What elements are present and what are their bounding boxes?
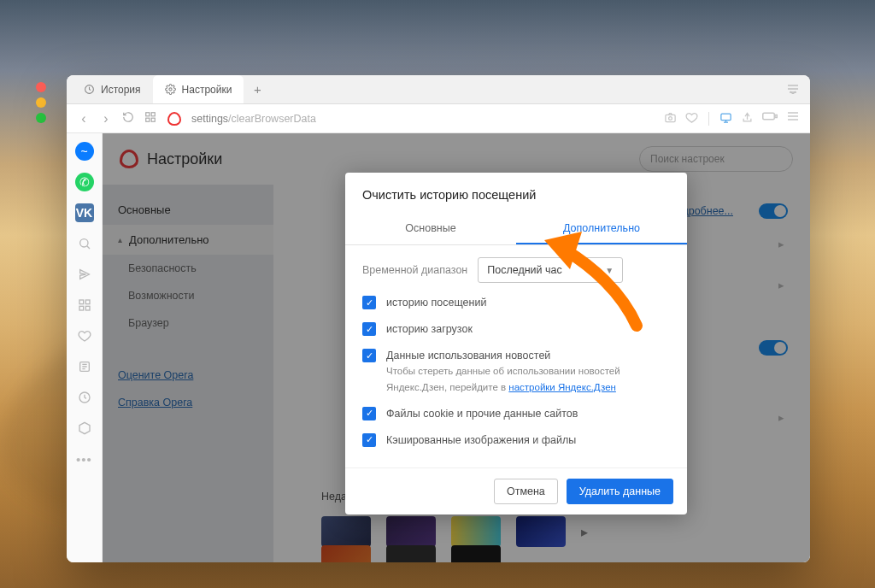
opera-logo-icon [167, 112, 181, 126]
option-download-history[interactable]: ✓ историю загрузок [362, 321, 670, 337]
dialog-tab-advanced[interactable]: Дополнительно [516, 214, 687, 244]
svg-rect-3 [151, 112, 155, 115]
dialog-title: Очистить историю посещений [345, 173, 687, 214]
svg-rect-10 [775, 115, 777, 117]
heart-icon[interactable] [685, 111, 698, 126]
tab-strip: История Настройки + [67, 75, 810, 104]
nav-forward-icon[interactable]: › [99, 111, 113, 126]
svg-rect-14 [79, 306, 84, 310]
svg-rect-9 [763, 113, 775, 120]
settings-page: Настройки Поиск настроек Основные ▴ Допо… [103, 133, 810, 562]
delete-data-button[interactable]: Удалить данные [567, 479, 673, 504]
dialog-footer: Отмена Удалить данные [345, 467, 687, 514]
minimize-window-dot[interactable] [36, 97, 46, 108]
flow-icon[interactable] [75, 265, 94, 284]
maximize-window-dot[interactable] [36, 113, 46, 123]
speeddial-rail-icon[interactable] [75, 296, 94, 315]
sidebar-rail: ~ ✆ VK ••• [67, 133, 103, 562]
close-window-dot[interactable] [36, 82, 46, 92]
nav-controls: ‹ › [77, 111, 157, 126]
checkbox-checked-icon: ✓ [362, 349, 376, 362]
share-icon[interactable] [741, 111, 754, 126]
news-settings-link[interactable]: настройки Яндекс.Дзен [508, 382, 616, 392]
time-range-select[interactable]: Последний час ▼ [478, 257, 623, 283]
tab-history[interactable]: История [72, 75, 153, 103]
nav-back-icon[interactable]: ‹ [77, 111, 91, 126]
clear-browsing-data-dialog: Очистить историю посещений Основные Допо… [345, 173, 687, 514]
tab-history-label: История [101, 84, 141, 96]
separator [708, 112, 709, 126]
dialog-tabs: Основные Дополнительно [345, 214, 687, 245]
svg-point-1 [168, 88, 171, 91]
svg-rect-2 [146, 112, 150, 115]
checkbox-checked-icon: ✓ [362, 433, 376, 447]
svg-rect-6 [666, 115, 675, 121]
sync-icon[interactable] [719, 111, 732, 126]
battery-icon[interactable] [762, 111, 778, 126]
address-bar: ‹ › settings/clearBrowserData [67, 104, 810, 133]
whatsapp-icon[interactable]: ✆ [75, 173, 94, 191]
svg-point-11 [79, 239, 87, 247]
vk-icon[interactable]: VK [75, 203, 94, 222]
tab-settings-label: Настройки [182, 84, 232, 96]
gear-icon [165, 84, 176, 95]
window-body: ~ ✆ VK ••• Настройки Поиск настроек [67, 133, 810, 562]
extensions-rail-icon[interactable] [75, 419, 94, 438]
more-icon[interactable] [786, 111, 800, 126]
checkbox-checked-icon: ✓ [362, 296, 376, 309]
addressbar-actions [664, 111, 800, 126]
tab-strip-menu[interactable] [776, 82, 810, 97]
desktop-wallpaper: История Настройки + ‹ › [0, 0, 875, 588]
option-cookies[interactable]: ✓ Файлы cookie и прочие данные сайтов [362, 406, 670, 421]
dialog-tab-basic[interactable]: Основные [345, 214, 516, 244]
news-rail-icon[interactable] [75, 357, 94, 376]
option-browsing-history[interactable]: ✓ историю посещений [362, 295, 670, 310]
svg-rect-12 [79, 300, 84, 304]
svg-rect-8 [721, 114, 731, 121]
address-text[interactable]: settings/clearBrowserData [191, 113, 316, 125]
speed-dial-icon[interactable] [144, 111, 157, 126]
window-traffic-lights [36, 82, 46, 123]
history-rail-icon[interactable] [75, 388, 94, 407]
new-tab-button[interactable]: + [244, 82, 271, 97]
time-range-row: Временной диапазон Последний час ▼ [362, 257, 670, 283]
chevron-down-icon: ▼ [605, 266, 614, 275]
tab-settings[interactable]: Настройки [153, 75, 244, 103]
svg-rect-5 [151, 118, 155, 121]
search-rail-icon[interactable] [75, 234, 94, 253]
svg-point-7 [669, 116, 672, 120]
more-rail-icon[interactable]: ••• [75, 450, 94, 468]
history-icon [84, 84, 95, 95]
messenger-icon[interactable]: ~ [75, 142, 94, 161]
option-news-usage[interactable]: ✓ Данные использования новостей Чтобы ст… [362, 348, 670, 394]
checkbox-checked-icon: ✓ [362, 322, 376, 336]
checkbox-checked-icon: ✓ [362, 407, 376, 420]
reload-icon[interactable] [121, 111, 135, 126]
dialog-body: Временной диапазон Последний час ▼ ✓ ист… [345, 245, 687, 467]
time-range-label: Временной диапазон [362, 264, 467, 276]
browser-window: История Настройки + ‹ › [67, 75, 810, 562]
svg-rect-13 [85, 300, 90, 304]
svg-rect-4 [146, 118, 150, 121]
svg-rect-15 [85, 306, 90, 310]
cancel-button[interactable]: Отмена [494, 479, 558, 504]
bookmarks-rail-icon[interactable] [75, 326, 94, 345]
option-cache[interactable]: ✓ Кэшированные изображения и файлы [362, 432, 670, 448]
screenshot-icon[interactable] [664, 111, 677, 126]
